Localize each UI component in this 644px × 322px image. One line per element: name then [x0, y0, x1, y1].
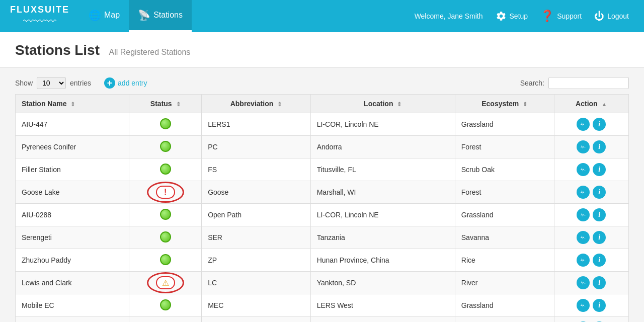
pulse-button[interactable]: [577, 231, 590, 244]
table-row: Goose Lake!GooseMarshall, WIForesti: [16, 181, 629, 204]
cell-station-name: Lewis and Clark: [16, 272, 129, 294]
cell-ecosystem: Grassland: [455, 204, 554, 226]
cell-action: i: [554, 158, 628, 181]
cell-location: Yankton, SD: [310, 272, 455, 294]
search-input[interactable]: [548, 77, 629, 89]
pulse-button[interactable]: [577, 163, 590, 176]
search-label: Search:: [520, 79, 544, 87]
add-label: add entry: [118, 79, 147, 87]
col-abbreviation-label: Abbreviation: [230, 100, 274, 108]
info-button[interactable]: i: [593, 254, 606, 267]
cell-status: [129, 226, 202, 249]
cell-abbreviation: LERS1: [202, 113, 311, 136]
cell-abbreviation: FS: [202, 158, 311, 181]
sort-ecosystem-icon: ⇕: [523, 101, 527, 107]
col-ecosystem[interactable]: Ecosystem ⇕: [455, 95, 554, 113]
col-abbreviation[interactable]: Abbreviation ⇕: [202, 95, 311, 113]
info-button[interactable]: i: [593, 140, 606, 153]
page-title: Stations List: [15, 42, 100, 58]
col-location-label: Location: [364, 100, 393, 108]
pulse-button[interactable]: [577, 276, 590, 289]
table-row: Lewis and Clark⚠LCYankton, SDRiveri: [16, 272, 629, 294]
info-button[interactable]: i: [593, 208, 606, 221]
navbar: FLUXSUITE 〰〰〰 🌐 Map 📡 Stations Welcome, …: [0, 0, 644, 32]
table-header: Station Name ⇕ Status ⇕ Abbreviation ⇕ L…: [16, 95, 629, 113]
col-action-label: Action: [576, 100, 598, 108]
add-icon: +: [104, 77, 115, 89]
cell-abbreviation: LC: [202, 272, 311, 294]
cell-status: !: [129, 181, 202, 204]
cell-location: Arizona: [310, 317, 455, 323]
pulse-button[interactable]: [577, 254, 590, 267]
table-row: SerengetiSERTanzaniaSavannai: [16, 226, 629, 249]
nav-links: 🌐 Map 📡 Stations: [79, 0, 405, 32]
info-button[interactable]: i: [593, 186, 606, 199]
show-label: Show: [15, 79, 33, 87]
cell-ecosystem: Forest: [455, 181, 554, 204]
support-icon: ❓: [540, 10, 554, 23]
cell-location: Andorra: [310, 136, 455, 158]
col-action[interactable]: Action ▲: [554, 95, 628, 113]
add-entry-button[interactable]: + add entry: [104, 77, 147, 89]
gear-icon: [496, 11, 507, 22]
cell-station-name: Pyrenees Conifer: [16, 136, 129, 158]
col-station-name[interactable]: Station Name ⇕: [16, 95, 129, 113]
col-status[interactable]: Status ⇕: [129, 95, 202, 113]
setup-link[interactable]: Setup: [491, 0, 533, 32]
cell-location: Hunan Province, China: [310, 249, 455, 272]
col-status-label: Status: [150, 100, 172, 108]
cell-abbreviation: MEC: [202, 294, 311, 317]
pulse-button[interactable]: [577, 118, 590, 131]
power-icon: ⏻: [594, 11, 604, 22]
cell-status: [129, 204, 202, 226]
support-label: Support: [557, 12, 582, 20]
entries-label: entries: [70, 79, 91, 87]
cell-action: i: [554, 249, 628, 272]
info-button[interactable]: i: [593, 163, 606, 176]
search-area: Search:: [520, 77, 629, 89]
cell-station-name: Sonoran: [16, 317, 129, 323]
sort-station-name-icon: ⇕: [70, 101, 75, 107]
info-button[interactable]: i: [593, 231, 606, 244]
cell-station-name: Serengeti: [16, 226, 129, 249]
cell-action: i: [554, 113, 628, 136]
info-button[interactable]: i: [593, 276, 606, 289]
setup-label: Setup: [510, 12, 528, 20]
status-green-icon: [160, 209, 171, 220]
status-error-icon: !: [156, 186, 175, 199]
cell-location: LI-COR, Lincoln NE: [310, 113, 455, 136]
table-controls: Show 10 25 50 100 entries + add entry Se…: [15, 77, 629, 89]
cell-status: [129, 158, 202, 181]
nav-map[interactable]: 🌐 Map: [79, 0, 129, 32]
pulse-button[interactable]: [577, 208, 590, 221]
status-green-icon: [160, 254, 171, 265]
status-green-icon: [160, 118, 171, 129]
cell-station-name: Zhuzhou Paddy: [16, 249, 129, 272]
support-link[interactable]: ❓ Support: [535, 0, 587, 32]
sort-action-icon: ▲: [602, 101, 607, 107]
sort-abbreviation-icon: ⇕: [277, 101, 282, 107]
col-location[interactable]: Location ⇕: [310, 95, 455, 113]
entries-select[interactable]: 10 25 50 100: [37, 77, 66, 89]
logout-link[interactable]: ⏻ Logout: [589, 0, 634, 32]
cell-abbreviation: SER: [202, 226, 311, 249]
cell-location: Tanzania: [310, 226, 455, 249]
cell-abbreviation: Open Path: [202, 204, 311, 226]
logo: FLUXSUITE 〰〰〰: [10, 5, 69, 28]
cell-status: [129, 294, 202, 317]
pulse-button[interactable]: [577, 299, 590, 312]
cell-ecosystem: Forest: [455, 136, 554, 158]
cell-location: LERS West: [310, 294, 455, 317]
status-green-icon: [160, 231, 171, 243]
info-button[interactable]: i: [593, 299, 606, 312]
info-button[interactable]: i: [593, 118, 606, 131]
pulse-button[interactable]: [577, 186, 590, 199]
nav-stations[interactable]: 📡 Stations: [129, 0, 192, 32]
cell-status: [129, 317, 202, 323]
cell-station-name: AIU-0288: [16, 204, 129, 226]
cell-status: [129, 113, 202, 136]
pulse-button[interactable]: [577, 140, 590, 153]
status-green-icon: [160, 164, 171, 175]
cell-station-name: AIU-447: [16, 113, 129, 136]
col-ecosystem-label: Ecosystem: [481, 100, 519, 108]
